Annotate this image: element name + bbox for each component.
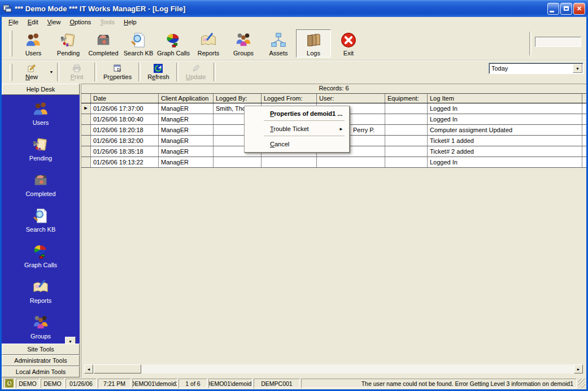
column-header-date[interactable]: Date <box>91 94 159 103</box>
update-icon <box>191 64 201 73</box>
row-selector[interactable] <box>81 146 91 157</box>
toolbar-button-label: Exit <box>343 50 354 57</box>
toolbar-button-exit[interactable]: Exit <box>331 29 366 58</box>
scroll-right-icon[interactable]: ► <box>574 364 583 373</box>
context-menu-item-trouble-ticket[interactable]: Trouble Ticket► <box>245 123 349 135</box>
context-menu-item-properties-of-demoid1[interactable]: Properties of demoid1 ... <box>245 108 349 120</box>
toolbar-button-users[interactable]: Users <box>16 29 51 58</box>
toolbar-button-graph-calls[interactable]: Graph Calls <box>156 29 191 58</box>
toolbar-button-logs[interactable]: Logs <box>296 29 331 58</box>
column-header-log-item[interactable]: Log Item <box>428 94 582 103</box>
row-selector[interactable] <box>81 125 91 135</box>
row-selector[interactable] <box>81 157 91 167</box>
maximize-button[interactable] <box>560 3 572 15</box>
chevron-down-icon[interactable]: ▼ <box>47 63 55 81</box>
sidebar-group-local-admin-tools[interactable]: Local Admin Tools <box>2 366 80 377</box>
cell-date: 01/26/06 18:32:00 <box>91 136 159 146</box>
toolbar-button-reports[interactable]: Reports <box>191 29 226 58</box>
toolbar-separator <box>138 63 141 81</box>
menu-separator <box>264 136 345 138</box>
column-header-logged-by[interactable]: Logged By: <box>214 94 262 103</box>
menu-options[interactable]: Options <box>65 18 95 27</box>
context-menu-item-cancel[interactable]: Cancel <box>245 138 349 150</box>
toolbar-button-completed[interactable]: Completed <box>86 29 121 58</box>
sidebar-item-graph-calls[interactable]: Graph Calls <box>2 243 80 279</box>
toolbar-button-groups[interactable]: Groups <box>226 29 261 58</box>
column-header-user[interactable]: User: <box>317 94 385 103</box>
action-new-button[interactable]: New▼ <box>16 63 55 81</box>
sidebar-group-site-tools[interactable]: Site Tools <box>2 344 80 355</box>
table-row[interactable]: 01/26/06 19:13:22ManagERLogged In <box>81 157 586 168</box>
action-properties-button[interactable]: Properties <box>98 63 137 81</box>
resize-grip[interactable] <box>578 379 585 388</box>
completed-icon <box>95 32 112 49</box>
toolbar-button-label: Pending <box>57 50 80 57</box>
action-button-label: New <box>25 73 38 80</box>
cell-equipment <box>385 146 428 157</box>
cell-client-application: ManagER <box>159 125 214 135</box>
sidebar-item-search-kb[interactable]: Search KB <box>2 207 80 243</box>
search-kb-icon <box>32 207 49 224</box>
new-icon <box>27 64 36 73</box>
title-bar: *** Demo Mode *** IT Works ManagER - [Lo… <box>0 0 588 17</box>
date-filter-combobox[interactable]: Today ▼ <box>489 63 583 74</box>
column-header-equipment[interactable]: Equipment: <box>385 94 428 103</box>
status-cell-7: DEMPC001 <box>254 379 300 388</box>
menu-bar: FileEditViewOptionsToolsHelp <box>2 17 586 27</box>
row-selector[interactable] <box>81 114 91 124</box>
menu-edit[interactable]: Edit <box>23 18 43 27</box>
toolbar-button-assets[interactable]: Assets <box>261 29 296 58</box>
selected-row-arrow-icon[interactable]: ► <box>81 103 91 114</box>
close-button[interactable]: ✕ <box>573 3 585 15</box>
scroll-left-icon[interactable]: ◄ <box>84 364 93 373</box>
sidebar-group-administrator-tools[interactable]: Administrator Tools <box>2 355 80 366</box>
graph-calls-icon <box>32 243 49 260</box>
status-cell-5: 1 of 6 <box>178 379 207 388</box>
toolbar-separator <box>529 32 532 55</box>
toolbar-button-pending[interactable]: Pending <box>51 29 86 58</box>
window-border-left <box>0 17 2 391</box>
sidebar-item-reports[interactable]: Reports <box>2 279 80 314</box>
action-button-label: Refresh <box>147 73 169 80</box>
column-header-client-application[interactable]: Client Application <box>159 94 214 103</box>
menu-file[interactable]: File <box>4 18 23 27</box>
cell-date: 01/26/06 18:35:18 <box>91 146 159 157</box>
action-button-label: Properties <box>103 73 132 80</box>
menu-help[interactable]: Help <box>119 18 141 27</box>
toolbar-button-search-kb[interactable]: Search KB <box>121 29 156 58</box>
sidebar-item-users[interactable]: Users <box>2 101 80 136</box>
cell-log-item: Computer assigment Updated <box>428 125 582 135</box>
scrollbar-thumb[interactable] <box>94 364 141 373</box>
horizontal-scrollbar[interactable]: ◄ ► <box>84 364 583 373</box>
toolbar-button-label: Completed <box>88 50 118 57</box>
cell-log-item: Logged In <box>428 103 582 114</box>
exit-icon <box>340 32 357 49</box>
minimize-button[interactable] <box>547 3 559 15</box>
help-desk-panel: UsersPendingCompletedSearch KBGraph Call… <box>2 95 80 344</box>
row-selector[interactable] <box>81 136 91 146</box>
action-button-label: Update <box>186 73 206 80</box>
sidebar-item-pending[interactable]: Pending <box>2 136 80 172</box>
menu-view[interactable]: View <box>43 18 66 27</box>
sidebar-item-completed[interactable]: Completed <box>2 172 80 207</box>
menu-tools: Tools <box>95 18 119 27</box>
search-kb-icon <box>130 32 147 49</box>
toolbar-grip[interactable] <box>10 64 12 81</box>
column-header-logged-from[interactable]: Logged From: <box>262 94 317 103</box>
records-count: Records: 6 <box>81 84 586 94</box>
cell-date: 01/26/06 19:13:22 <box>91 157 159 167</box>
groups-icon <box>235 32 252 49</box>
chevron-down-icon[interactable]: ▼ <box>573 64 582 73</box>
toolbar-button-label: Users <box>25 50 42 57</box>
cell-client-application: ManagER <box>159 157 214 167</box>
cell-equipment <box>385 157 428 167</box>
action-refresh-button[interactable]: Refresh <box>142 63 175 81</box>
chevron-down-icon[interactable]: ▼ <box>65 337 76 344</box>
toolbar-grip[interactable] <box>10 31 12 57</box>
action-update-button: Update <box>180 63 212 81</box>
cell-logged-from <box>262 157 317 167</box>
pending-icon <box>60 32 77 49</box>
cell-date: 01/26/06 17:37:00 <box>91 103 159 114</box>
app-window-icon <box>3 4 12 13</box>
sidebar-group-help-desk[interactable]: Help Desk <box>2 84 80 95</box>
